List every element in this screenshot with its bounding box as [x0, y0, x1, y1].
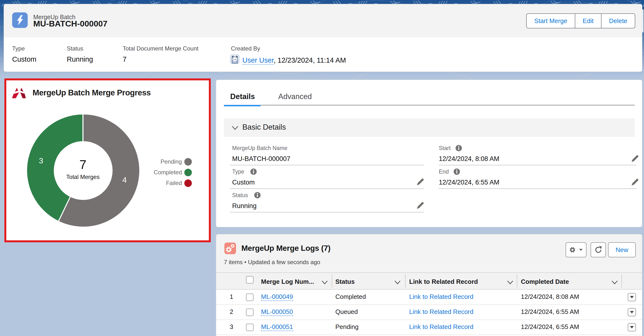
svg-text:Total Merges: Total Merges — [66, 174, 100, 180]
svg-text:7: 7 — [80, 158, 86, 172]
svg-text:3: 3 — [39, 156, 43, 165]
